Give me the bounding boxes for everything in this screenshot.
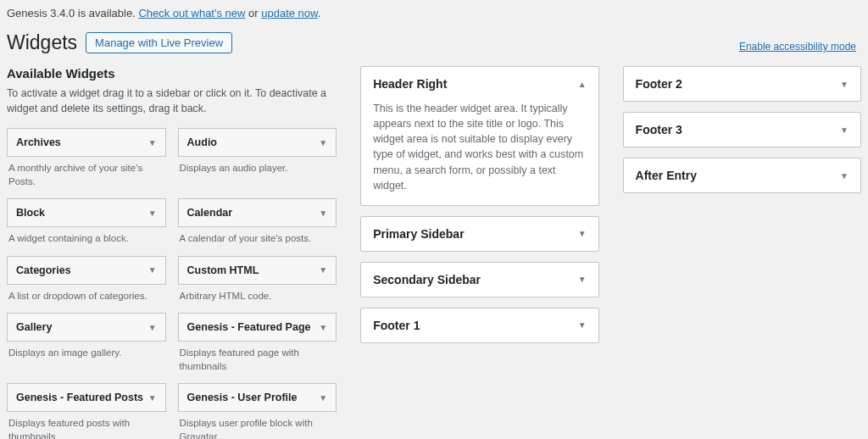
chevron-down-icon: ▼ (840, 80, 849, 89)
page-title: Widgets (7, 31, 77, 54)
available-widgets-column: Available Widgets To activate a widget d… (7, 66, 337, 439)
chevron-down-icon: ▼ (148, 265, 157, 275)
widget-desc: Displays featured posts with thumbnails (7, 412, 166, 439)
widget-desc: Displays featured page with thumbnails (178, 342, 337, 375)
widget-desc: A widget containing a block. (7, 227, 166, 247)
widget-head-gallery[interactable]: Gallery ▼ (7, 313, 166, 342)
widget-area-title: Footer 3 (636, 123, 682, 136)
widget-area-toggle[interactable]: Footer 2 ▼ (624, 67, 860, 101)
chevron-down-icon: ▼ (840, 171, 849, 181)
widget-desc: A list or dropdown of categories. (7, 285, 166, 305)
widget-item: Audio ▼ Displays an audio player. (178, 128, 337, 190)
widget-title: Archives (16, 136, 61, 148)
widget-area-secondary-sidebar: Secondary Sidebar ▼ (360, 262, 598, 297)
widget-head-categories[interactable]: Categories ▼ (7, 256, 166, 285)
notice-text-pre: Genesis 3.4.0 is available. (7, 7, 138, 19)
chevron-down-icon: ▼ (148, 208, 157, 218)
widget-area-title: Primary Sidebar (373, 227, 464, 241)
chevron-down-icon: ▼ (840, 125, 849, 135)
widget-title: Genesis - User Profile (187, 392, 298, 403)
widget-desc: Displays an audio player. (178, 157, 337, 177)
widget-head-featured-page[interactable]: Genesis - Featured Page ▼ (178, 313, 337, 342)
chevron-down-icon: ▼ (578, 229, 587, 238)
notice-link-update[interactable]: update now (261, 7, 318, 19)
widget-area-toggle[interactable]: After Entry ▼ (624, 158, 860, 192)
widget-desc: Displays an image gallery. (7, 342, 166, 362)
chevron-down-icon: ▼ (148, 138, 157, 147)
chevron-down-icon: ▼ (148, 323, 157, 332)
widget-item: Genesis - Featured Page ▼ Displays featu… (178, 313, 337, 375)
widget-area-title: After Entry (636, 169, 697, 182)
chevron-down-icon: ▼ (319, 138, 327, 147)
widget-area-toggle[interactable]: Primary Sidebar ▼ (361, 217, 598, 251)
widget-area-toggle[interactable]: Footer 3 ▼ (624, 113, 860, 147)
widget-item: Custom HTML ▼ Arbitrary HTML code. (178, 256, 337, 305)
widget-title: Audio (187, 136, 217, 148)
chevron-down-icon: ▼ (148, 393, 157, 403)
chevron-down-icon: ▼ (578, 320, 587, 330)
widget-area-primary-sidebar: Primary Sidebar ▼ (360, 216, 598, 252)
widget-title: Genesis - Featured Page (187, 321, 311, 333)
widget-item: Genesis - Featured Posts ▼ Displays feat… (7, 383, 166, 439)
widget-item: Gallery ▼ Displays an image gallery. (7, 313, 166, 375)
chevron-down-icon: ▼ (578, 275, 587, 284)
available-widgets-heading: Available Widgets (7, 66, 337, 81)
widget-area-toggle[interactable]: Secondary Sidebar ▼ (361, 263, 598, 297)
widget-title: Categories (16, 264, 71, 276)
widget-area-title: Footer 1 (373, 319, 420, 332)
widget-areas-column-2: Footer 2 ▼ Footer 3 ▼ After Entry ▼ (623, 66, 861, 203)
widget-area-toggle[interactable]: Footer 1 ▼ (361, 308, 598, 342)
notice-text-post: . (318, 7, 321, 19)
chevron-down-icon: ▼ (319, 265, 327, 275)
widget-area-footer-3: Footer 3 ▼ (623, 112, 861, 147)
widget-desc: A calendar of your site's posts. (178, 227, 337, 247)
widget-head-featured-posts[interactable]: Genesis - Featured Posts ▼ (7, 383, 166, 412)
notice-link-whatsnew[interactable]: Check out what's new (138, 7, 245, 19)
widget-area-footer-1: Footer 1 ▼ (360, 308, 598, 343)
widget-area-title: Header Right (373, 77, 447, 91)
chevron-down-icon: ▼ (319, 393, 327, 403)
widget-title: Genesis - Featured Posts (16, 392, 143, 403)
widget-desc: A monthly archive of your site's Posts. (7, 157, 166, 190)
widget-desc: Arbitrary HTML code. (178, 285, 337, 305)
page-heading-row: Widgets Manage with Live Preview (7, 31, 861, 54)
widget-area-after-entry: After Entry ▼ (623, 158, 861, 193)
available-widgets-description: To activate a widget drag it to a sideba… (7, 86, 337, 116)
widget-item: Categories ▼ A list or dropdown of categ… (7, 256, 166, 305)
widget-head-audio[interactable]: Audio ▼ (178, 128, 337, 157)
manage-live-preview-button[interactable]: Manage with Live Preview (86, 32, 232, 53)
widget-desc: Displays user profile block with Gravata… (178, 412, 337, 439)
notice-text-mid: or (245, 7, 261, 19)
widget-item: Genesis - User Profile ▼ Displays user p… (178, 383, 337, 439)
widget-title: Gallery (16, 321, 52, 333)
widget-area-title: Secondary Sidebar (373, 273, 481, 286)
widget-head-custom-html[interactable]: Custom HTML ▼ (178, 256, 337, 285)
widget-title: Calendar (187, 207, 233, 219)
widget-head-calendar[interactable]: Calendar ▼ (178, 198, 337, 227)
update-notice: Genesis 3.4.0 is available. Check out wh… (7, 0, 861, 31)
widget-head-user-profile[interactable]: Genesis - User Profile ▼ (178, 383, 337, 412)
widget-item: Calendar ▼ A calendar of your site's pos… (178, 198, 337, 247)
widget-area-footer-2: Footer 2 ▼ (623, 66, 861, 102)
widget-area-toggle[interactable]: Header Right ▲ (361, 67, 598, 101)
widget-item: Block ▼ A widget containing a block. (7, 198, 166, 247)
widget-head-block[interactable]: Block ▼ (7, 198, 166, 227)
widget-areas-column-1: Header Right ▲ This is the header widget… (360, 66, 598, 353)
accessibility-mode-link[interactable]: Enable accessibility mode (739, 41, 856, 53)
widget-title: Custom HTML (187, 264, 259, 276)
widget-area-header-right: Header Right ▲ This is the header widget… (360, 66, 598, 206)
widget-area-description: This is the header widget area. It typic… (361, 101, 598, 205)
chevron-up-icon: ▲ (578, 80, 587, 89)
chevron-down-icon: ▼ (319, 323, 327, 332)
widget-area-title: Footer 2 (636, 77, 682, 91)
widget-item: Archives ▼ A monthly archive of your sit… (7, 128, 166, 190)
widget-head-archives[interactable]: Archives ▼ (7, 128, 166, 157)
widget-title: Block (16, 207, 45, 219)
chevron-down-icon: ▼ (319, 208, 327, 218)
